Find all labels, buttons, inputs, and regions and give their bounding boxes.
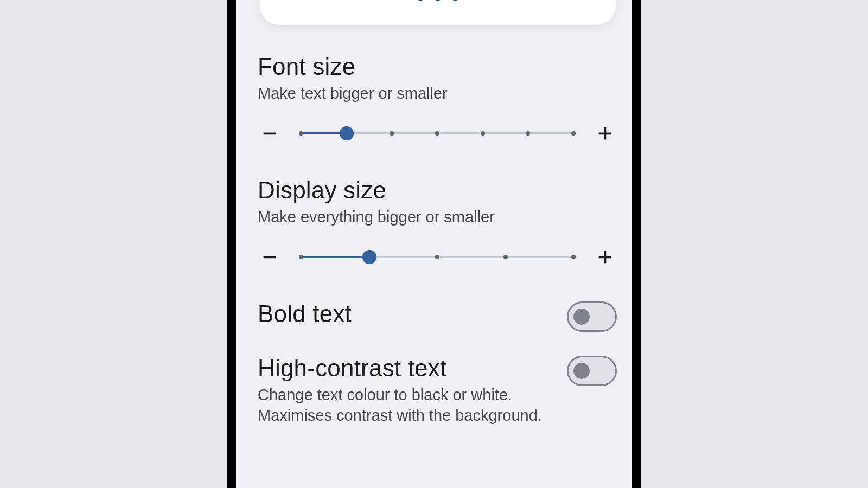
slider-tick [481, 131, 485, 136]
font-size-slider[interactable] [301, 127, 573, 140]
slider-tick [571, 131, 576, 136]
slider-tick [435, 255, 439, 259]
device-frame: Font size Make text bigger or smaller [227, 0, 641, 488]
pager-dots [418, 0, 458, 1]
plus-icon [596, 124, 614, 143]
decrease-font-button[interactable] [258, 121, 282, 145]
bold-text-title: Bold text [258, 301, 554, 326]
high-contrast-title: High-contrast text [258, 356, 554, 381]
slider-tick [299, 131, 303, 136]
svg-rect-2 [604, 127, 607, 140]
slider-thumb[interactable] [362, 250, 376, 264]
display-size-slider[interactable] [301, 251, 573, 264]
bold-text-row: Bold text [258, 301, 617, 332]
font-size-title: Font size [258, 54, 617, 79]
slider-tick [390, 131, 394, 136]
display-size-section: Display size Make everything bigger or s… [258, 178, 617, 269]
slider-track-fill [302, 256, 371, 258]
font-size-slider-row [258, 121, 617, 145]
display-size-slider-row [258, 245, 617, 269]
pager-dot[interactable] [452, 0, 458, 1]
pager-dot[interactable] [418, 0, 423, 1]
slider-tick [503, 255, 508, 259]
pager-dot-active[interactable] [435, 0, 441, 1]
svg-rect-5 [604, 251, 607, 263]
preview-card [260, 0, 616, 25]
slider-tick [571, 255, 576, 259]
toggle-knob [573, 309, 590, 325]
settings-list: Font size Make text bigger or smaller [258, 54, 617, 488]
screen: Font size Make text bigger or smaller [236, 0, 632, 488]
high-contrast-toggle[interactable] [567, 356, 617, 386]
increase-font-button[interactable] [593, 121, 617, 145]
font-size-subtitle: Make text bigger or smaller [258, 84, 617, 104]
font-size-section: Font size Make text bigger or smaller [258, 54, 617, 145]
slider-thumb[interactable] [340, 126, 354, 140]
svg-rect-3 [264, 256, 276, 258]
display-size-subtitle: Make everything bigger or smaller [258, 207, 617, 228]
minus-icon [260, 124, 279, 143]
bold-text-toggle[interactable] [567, 301, 617, 332]
toggle-knob [573, 363, 590, 379]
high-contrast-subtitle: Change text colour to black or white. Ma… [258, 385, 554, 426]
minus-icon [260, 248, 279, 266]
slider-tick [526, 131, 530, 136]
slider-tick [435, 131, 439, 136]
plus-icon [596, 248, 614, 266]
slider-tick [299, 255, 303, 259]
decrease-display-button[interactable] [258, 245, 282, 269]
svg-rect-0 [264, 132, 276, 134]
display-size-title: Display size [258, 178, 617, 203]
increase-display-button[interactable] [593, 245, 617, 269]
high-contrast-row: High-contrast text Change text colour to… [258, 356, 617, 426]
